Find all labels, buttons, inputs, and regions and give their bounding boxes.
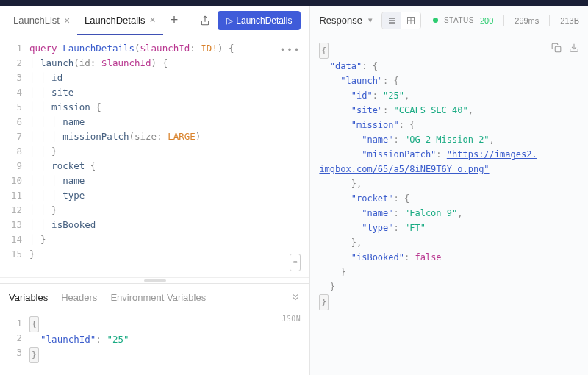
query-editor[interactable]: 123456789101112131415 ••• ⌨ query Launch… (0, 35, 309, 277)
more-menu-icon[interactable]: ••• (280, 43, 301, 57)
response-actions (551, 43, 579, 53)
close-icon[interactable]: × (64, 15, 70, 26)
variables-editor[interactable]: 123 JSON { "launchId": "25"} (0, 310, 309, 375)
tab-launchlist[interactable]: LaunchList × (6, 6, 77, 35)
run-button-label: LaunchDetails (236, 15, 292, 26)
run-query-button[interactable]: ▷ LaunchDetails (218, 11, 301, 30)
left-panel: LaunchList × LaunchDetails × + ▷ LaunchD… (0, 6, 310, 375)
response-size: 213B (560, 16, 579, 25)
response-header: Response ▾ STATUS 200 299ms 213B (310, 6, 588, 35)
keyboard-icon[interactable]: ⌨ (290, 254, 301, 271)
vars-tab-bar: Variables Headers Environment Variables (0, 284, 309, 310)
main-layout: LaunchList × LaunchDetails × + ▷ LaunchD… (0, 6, 588, 375)
response-title: Response (319, 15, 362, 26)
response-time: 299ms (514, 16, 539, 25)
svg-rect-7 (555, 46, 561, 52)
vars-code[interactable]: JSON { "launchId": "25"} (29, 310, 309, 369)
collapse-icon[interactable] (290, 292, 301, 302)
tab-launchdetails[interactable]: LaunchDetails × (77, 6, 163, 35)
tab-label: LaunchList (13, 15, 60, 26)
vars-gutter: 123 (0, 310, 29, 369)
close-icon[interactable]: × (149, 14, 155, 26)
view-json-button[interactable] (382, 12, 401, 29)
status-indicator-icon (433, 18, 438, 23)
chevron-down-icon[interactable]: ▾ (368, 15, 373, 25)
response-panel: Response ▾ STATUS 200 299ms 213B (310, 6, 588, 375)
response-view-toggle (381, 12, 421, 29)
status-label: STATUS (444, 16, 474, 24)
tab-headers[interactable]: Headers (61, 292, 97, 303)
editor-code[interactable]: ••• ⌨ query LaunchDetails($launchId: ID!… (29, 35, 309, 277)
panel-resize-handle[interactable] (0, 277, 309, 283)
tab-env-vars[interactable]: Environment Variables (110, 292, 206, 303)
view-table-button[interactable] (401, 12, 420, 29)
tab-variables[interactable]: Variables (9, 292, 48, 303)
operation-tab-bar: LaunchList × LaunchDetails × + ▷ LaunchD… (0, 6, 309, 35)
editor-gutter: 123456789101112131415 (0, 35, 29, 277)
play-icon: ▷ (226, 15, 233, 26)
status-code: 200 (480, 16, 493, 25)
add-tab-button[interactable]: + (163, 12, 186, 28)
tab-label: LaunchDetails (85, 15, 145, 26)
variables-panel: Variables Headers Environment Variables … (0, 283, 309, 375)
app-top-bar (0, 0, 588, 6)
json-format-badge: JSON (282, 312, 301, 326)
response-body[interactable]: { "data": { "launch": { "id": "25", "sit… (310, 35, 588, 375)
copy-icon[interactable] (551, 43, 562, 53)
share-icon[interactable] (193, 15, 218, 26)
download-icon[interactable] (569, 43, 579, 53)
